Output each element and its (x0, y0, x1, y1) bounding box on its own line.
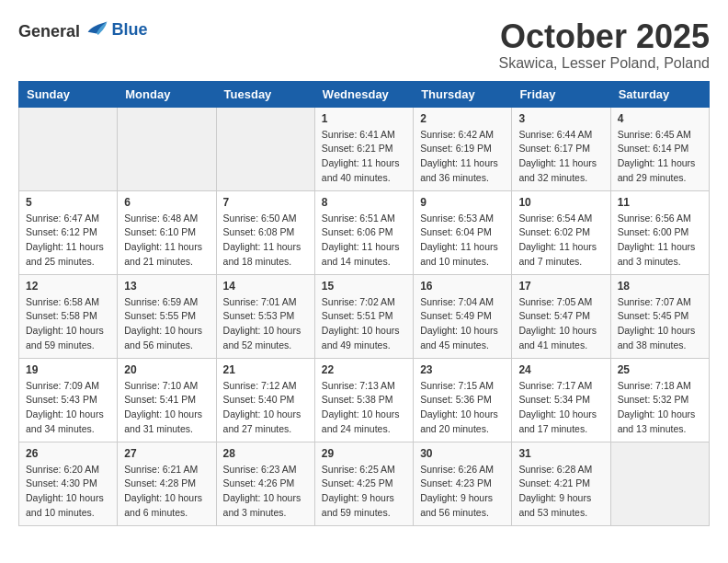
day-info: Sunrise: 6:21 AMSunset: 4:28 PMDaylight:… (124, 463, 209, 521)
day-info: Sunrise: 6:20 AMSunset: 4:30 PMDaylight:… (26, 463, 110, 521)
calendar-day-cell (216, 107, 314, 190)
page-header: General Blue October 2025 Skawica, Lesse… (18, 18, 710, 72)
day-number: 8 (322, 196, 406, 209)
day-info: Sunrise: 7:12 AMSunset: 5:40 PMDaylight:… (223, 379, 308, 437)
day-number: 22 (322, 363, 406, 376)
day-info: Sunrise: 6:25 AMSunset: 4:25 PMDaylight:… (322, 463, 406, 521)
day-number: 12 (26, 280, 110, 293)
day-number: 19 (26, 363, 110, 376)
day-number: 7 (223, 196, 308, 209)
calendar-day-cell: 3Sunrise: 6:44 AMSunset: 6:17 PMDaylight… (512, 107, 610, 190)
calendar-day-cell: 16Sunrise: 7:04 AMSunset: 5:49 PMDayligh… (414, 274, 512, 358)
day-info: Sunrise: 7:10 AMSunset: 5:41 PMDaylight:… (124, 379, 209, 437)
day-of-week-header: Tuesday (216, 81, 314, 107)
day-number: 2 (420, 112, 505, 125)
day-info: Sunrise: 6:26 AMSunset: 4:23 PMDaylight:… (420, 463, 505, 521)
day-number: 27 (124, 447, 209, 460)
day-number: 29 (322, 447, 406, 460)
day-info: Sunrise: 6:56 AMSunset: 6:00 PMDaylight:… (618, 212, 702, 270)
calendar-day-cell: 9Sunrise: 6:53 AMSunset: 6:04 PMDaylight… (414, 190, 512, 274)
day-info: Sunrise: 6:28 AMSunset: 4:21 PMDaylight:… (518, 463, 603, 521)
calendar-day-cell: 2Sunrise: 6:42 AMSunset: 6:19 PMDaylight… (414, 107, 512, 190)
day-info: Sunrise: 6:59 AMSunset: 5:55 PMDaylight:… (124, 295, 209, 353)
calendar-day-cell: 14Sunrise: 7:01 AMSunset: 5:53 PMDayligh… (216, 274, 314, 358)
day-info: Sunrise: 7:02 AMSunset: 5:51 PMDaylight:… (322, 295, 406, 353)
day-number: 28 (223, 447, 308, 460)
calendar-table: SundayMondayTuesdayWednesdayThursdayFrid… (18, 81, 710, 526)
calendar-day-cell: 21Sunrise: 7:12 AMSunset: 5:40 PMDayligh… (216, 358, 314, 442)
day-info: Sunrise: 7:13 AMSunset: 5:38 PMDaylight:… (322, 379, 406, 437)
calendar-day-cell: 11Sunrise: 6:56 AMSunset: 6:00 PMDayligh… (610, 190, 709, 274)
calendar-day-cell: 8Sunrise: 6:51 AMSunset: 6:06 PMDaylight… (314, 190, 413, 274)
day-info: Sunrise: 7:07 AMSunset: 5:45 PMDaylight:… (618, 295, 702, 353)
day-number: 10 (518, 196, 603, 209)
logo-general-text: General (18, 22, 80, 40)
day-of-week-header: Sunday (19, 81, 118, 107)
title-block: October 2025 Skawica, Lesser Poland, Pol… (499, 18, 710, 72)
calendar-week-row: 19Sunrise: 7:09 AMSunset: 5:43 PMDayligh… (19, 358, 710, 442)
day-number: 1 (322, 112, 406, 125)
day-of-week-header: Saturday (610, 81, 709, 107)
day-info: Sunrise: 7:01 AMSunset: 5:53 PMDaylight:… (223, 295, 308, 353)
day-number: 31 (518, 447, 603, 460)
logo: General Blue (18, 18, 148, 41)
day-number: 30 (420, 447, 505, 460)
day-number: 20 (124, 363, 209, 376)
calendar-day-cell: 12Sunrise: 6:58 AMSunset: 5:58 PMDayligh… (19, 274, 118, 358)
calendar-day-cell: 6Sunrise: 6:48 AMSunset: 6:10 PMDaylight… (118, 190, 216, 274)
calendar-day-cell (610, 442, 709, 525)
day-info: Sunrise: 6:53 AMSunset: 6:04 PMDaylight:… (420, 212, 505, 270)
month-title: October 2025 (499, 18, 710, 55)
day-of-week-header: Monday (118, 81, 216, 107)
day-info: Sunrise: 6:54 AMSunset: 6:02 PMDaylight:… (518, 212, 603, 270)
day-number: 13 (124, 280, 209, 293)
calendar-day-cell: 13Sunrise: 6:59 AMSunset: 5:55 PMDayligh… (118, 274, 216, 358)
calendar-week-row: 5Sunrise: 6:47 AMSunset: 6:12 PMDaylight… (19, 190, 710, 274)
day-info: Sunrise: 6:47 AMSunset: 6:12 PMDaylight:… (26, 212, 110, 270)
day-number: 4 (618, 112, 702, 125)
day-number: 15 (322, 280, 406, 293)
day-of-week-header: Thursday (414, 81, 512, 107)
day-info: Sunrise: 6:44 AMSunset: 6:17 PMDaylight:… (518, 128, 603, 186)
day-info: Sunrise: 6:58 AMSunset: 5:58 PMDaylight:… (26, 295, 110, 353)
day-info: Sunrise: 6:41 AMSunset: 6:21 PMDaylight:… (322, 128, 406, 186)
day-number: 16 (420, 280, 505, 293)
calendar-header-row: SundayMondayTuesdayWednesdayThursdayFrid… (19, 81, 710, 107)
location-subtitle: Skawica, Lesser Poland, Poland (499, 55, 710, 72)
calendar-day-cell (19, 107, 118, 190)
calendar-day-cell (118, 107, 216, 190)
calendar-day-cell: 7Sunrise: 6:50 AMSunset: 6:08 PMDaylight… (216, 190, 314, 274)
day-info: Sunrise: 7:09 AMSunset: 5:43 PMDaylight:… (26, 379, 110, 437)
day-info: Sunrise: 6:51 AMSunset: 6:06 PMDaylight:… (322, 212, 406, 270)
day-info: Sunrise: 6:45 AMSunset: 6:14 PMDaylight:… (618, 128, 702, 186)
day-info: Sunrise: 6:48 AMSunset: 6:10 PMDaylight:… (124, 212, 209, 270)
calendar-day-cell: 18Sunrise: 7:07 AMSunset: 5:45 PMDayligh… (610, 274, 709, 358)
calendar-day-cell: 26Sunrise: 6:20 AMSunset: 4:30 PMDayligh… (19, 442, 118, 525)
calendar-week-row: 1Sunrise: 6:41 AMSunset: 6:21 PMDaylight… (19, 107, 710, 190)
calendar-day-cell: 4Sunrise: 6:45 AMSunset: 6:14 PMDaylight… (610, 107, 709, 190)
calendar-day-cell: 17Sunrise: 7:05 AMSunset: 5:47 PMDayligh… (512, 274, 610, 358)
day-info: Sunrise: 6:50 AMSunset: 6:08 PMDaylight:… (223, 212, 308, 270)
day-info: Sunrise: 7:17 AMSunset: 5:34 PMDaylight:… (518, 379, 603, 437)
day-number: 25 (618, 363, 702, 376)
calendar-day-cell: 31Sunrise: 6:28 AMSunset: 4:21 PMDayligh… (512, 442, 610, 525)
day-info: Sunrise: 7:04 AMSunset: 5:49 PMDaylight:… (420, 295, 505, 353)
day-number: 3 (518, 112, 603, 125)
day-info: Sunrise: 7:05 AMSunset: 5:47 PMDaylight:… (518, 295, 603, 353)
day-number: 24 (518, 363, 603, 376)
calendar-day-cell: 15Sunrise: 7:02 AMSunset: 5:51 PMDayligh… (314, 274, 413, 358)
day-number: 6 (124, 196, 209, 209)
calendar-day-cell: 23Sunrise: 7:15 AMSunset: 5:36 PMDayligh… (414, 358, 512, 442)
calendar-day-cell: 27Sunrise: 6:21 AMSunset: 4:28 PMDayligh… (118, 442, 216, 525)
calendar-day-cell: 22Sunrise: 7:13 AMSunset: 5:38 PMDayligh… (314, 358, 413, 442)
day-number: 5 (26, 196, 110, 209)
day-info: Sunrise: 6:42 AMSunset: 6:19 PMDaylight:… (420, 128, 505, 186)
day-info: Sunrise: 7:18 AMSunset: 5:32 PMDaylight:… (618, 379, 702, 437)
calendar-day-cell: 5Sunrise: 6:47 AMSunset: 6:12 PMDaylight… (19, 190, 118, 274)
calendar-day-cell: 25Sunrise: 7:18 AMSunset: 5:32 PMDayligh… (610, 358, 709, 442)
calendar-day-cell: 28Sunrise: 6:23 AMSunset: 4:26 PMDayligh… (216, 442, 314, 525)
day-number: 21 (223, 363, 308, 376)
logo-bird-icon (86, 18, 108, 37)
calendar-day-cell: 29Sunrise: 6:25 AMSunset: 4:25 PMDayligh… (314, 442, 413, 525)
calendar-day-cell: 30Sunrise: 6:26 AMSunset: 4:23 PMDayligh… (414, 442, 512, 525)
